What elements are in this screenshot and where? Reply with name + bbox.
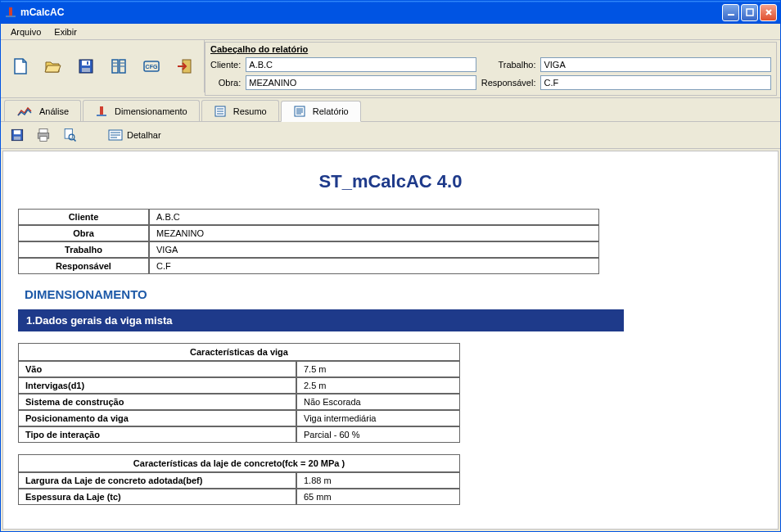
responsavel-label: Responsável:: [481, 78, 536, 88]
info-label: Responsável: [18, 258, 149, 274]
table-heading: Características da viga: [18, 343, 460, 361]
report-header-group: Cabeçalho do relatório Cliente: Trabalho…: [205, 42, 777, 96]
header-group-title: Cabeçalho do relatório: [210, 44, 771, 54]
row-value: 65 mm: [296, 489, 460, 505]
print-button[interactable]: [34, 125, 53, 145]
row-value: 1.88 m: [296, 472, 460, 489]
info-label: Trabalho: [18, 241, 149, 258]
menubar: Arquivo Exibir: [1, 24, 780, 40]
window-title: mCalcAC: [20, 7, 722, 18]
table-laje: Características da laje de concreto(fck …: [18, 454, 460, 505]
row-label: Espessura da Laje (tc): [18, 489, 296, 505]
dimensionamento-icon: [95, 105, 108, 118]
table-row: Posicionamento da vigaViga intermediária: [18, 410, 460, 426]
info-table: ClienteA.B.C ObraMEZANINO TrabalhoVIGA R…: [18, 209, 599, 274]
svg-rect-29: [14, 130, 20, 134]
row-label: Tipo de interação: [18, 426, 296, 443]
responsavel-input[interactable]: [540, 75, 771, 90]
tab-resumo[interactable]: Resumo: [201, 100, 279, 121]
report-scroll[interactable]: ST_mCalcAC 4.0 ClienteA.B.C ObraMEZANINO…: [3, 151, 778, 529]
tab-relatorio-label: Relatório: [313, 106, 349, 116]
trabalho-label: Trabalho:: [481, 60, 536, 70]
tab-dimensionamento[interactable]: Dimensionamento: [83, 100, 200, 121]
save-button[interactable]: [73, 53, 99, 79]
svg-rect-18: [97, 115, 106, 116]
cfg-button[interactable]: CFG: [138, 53, 165, 79]
menu-exibir[interactable]: Exibir: [47, 25, 84, 38]
svg-rect-2: [728, 14, 734, 16]
svg-line-36: [74, 139, 76, 142]
table-row: Espessura da Laje (tc)65 mm: [18, 489, 460, 505]
exit-button[interactable]: [171, 53, 197, 79]
tab-dimensionamento-label: Dimensionamento: [115, 106, 187, 116]
row-label: Vão: [18, 361, 296, 377]
obra-label: Obra:: [210, 78, 241, 88]
info-value: VIGA: [149, 241, 599, 258]
info-row: TrabalhoVIGA: [18, 241, 599, 258]
section-dimensionamento: DIMENSIONAMENTO: [25, 287, 763, 301]
info-row: ObraMEZANINO: [18, 225, 599, 241]
resumo-icon: [214, 105, 227, 118]
row-value: Não Escorada: [296, 394, 460, 410]
row-label: Posicionamento da viga: [18, 410, 296, 426]
info-label: Obra: [18, 225, 149, 241]
svg-rect-23: [295, 106, 305, 116]
table-heading: Características da laje de concreto(fck …: [18, 454, 460, 472]
table-row: Vão7.5 m: [18, 361, 460, 377]
close-button[interactable]: [760, 4, 777, 21]
svg-rect-0: [9, 7, 12, 16]
row-value: 2.5 m: [296, 377, 460, 394]
report-title: ST_mCalcAC 4.0: [18, 171, 763, 192]
svg-rect-17: [100, 106, 103, 115]
titlebar: mCalcAC: [1, 1, 780, 24]
tab-analise-label: Análise: [39, 106, 69, 116]
cliente-input[interactable]: [246, 57, 476, 72]
analise-icon: [16, 106, 33, 117]
detalhar-icon: [107, 128, 124, 142]
info-value: C.F: [149, 258, 599, 274]
table-row: Intervigas(d1)2.5 m: [18, 377, 460, 394]
table-row: Sistema de construçãoNão Escorada: [18, 394, 460, 410]
info-row: ResponsávelC.F: [18, 258, 599, 274]
svg-text:CFG: CFG: [146, 64, 158, 70]
svg-rect-1: [6, 16, 16, 17]
preview-button[interactable]: [60, 125, 79, 145]
app-window: mCalcAC Arquivo Exibir CFG: [0, 0, 781, 532]
maximize-button[interactable]: [741, 4, 758, 21]
app-icon: [4, 6, 17, 19]
row-value: 7.5 m: [296, 361, 460, 377]
svg-rect-7: [87, 61, 88, 65]
obra-input[interactable]: [246, 75, 476, 90]
table-viga: Características da viga Vão7.5 m Intervi…: [18, 343, 460, 443]
row-label: Sistema de construção: [18, 394, 296, 410]
svg-rect-31: [39, 129, 47, 133]
menu-arquivo[interactable]: Arquivo: [4, 25, 47, 38]
cliente-label: Cliente:: [210, 60, 241, 70]
info-row: ClienteA.B.C: [18, 209, 599, 225]
detalhar-label: Detalhar: [127, 130, 161, 140]
info-value: A.B.C: [149, 209, 599, 225]
row-label: Intervigas(d1): [18, 377, 296, 394]
profiles-button[interactable]: [106, 53, 132, 79]
report-save-button[interactable]: [7, 125, 27, 145]
report-area: ST_mCalcAC 4.0 ClienteA.B.C ObraMEZANINO…: [2, 151, 779, 530]
row-value: Viga intermediária: [296, 410, 460, 426]
svg-rect-30: [14, 137, 20, 140]
trabalho-input[interactable]: [540, 57, 771, 72]
detalhar-button[interactable]: Detalhar: [102, 127, 166, 143]
tab-resumo-label: Resumo: [233, 106, 267, 116]
table-row: Largura da Laje de concreto adotada(bef)…: [18, 472, 460, 489]
info-value: MEZANINO: [149, 225, 599, 241]
tab-relatorio[interactable]: Relatório: [281, 101, 361, 122]
minimize-button[interactable]: [722, 4, 739, 21]
info-label: Cliente: [18, 209, 149, 225]
report-toolbar: Detalhar: [1, 122, 780, 149]
window-controls: [722, 4, 777, 21]
main-toolbar: CFG: [1, 40, 205, 92]
main-toolbar-row: CFG Cabeçalho do relatório Cliente: Trab…: [1, 40, 780, 98]
open-button[interactable]: [40, 53, 66, 79]
new-button[interactable]: [7, 53, 34, 79]
svg-rect-5: [82, 61, 90, 65]
relatorio-icon: [293, 105, 306, 118]
tab-analise[interactable]: Análise: [4, 100, 81, 121]
